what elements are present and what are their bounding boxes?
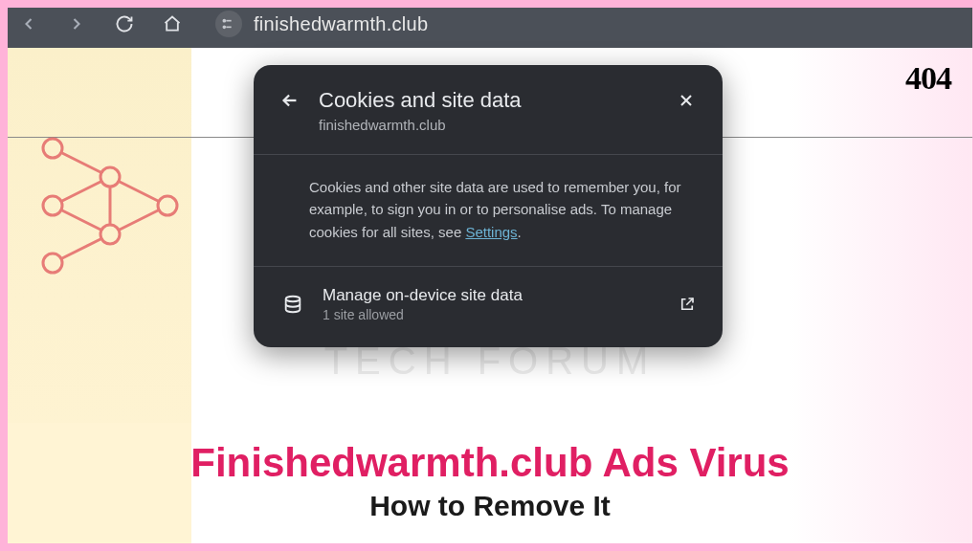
settings-link[interactable]: Settings: [465, 224, 517, 240]
manage-subtitle: 1 site allowed: [323, 307, 659, 322]
svg-point-6: [43, 253, 62, 273]
open-external-icon[interactable]: [677, 294, 698, 315]
svg-line-11: [60, 181, 102, 202]
database-icon: [280, 292, 305, 317]
nav-icons-group: [19, 14, 182, 33]
svg-line-15: [118, 209, 160, 231]
svg-point-17: [286, 297, 301, 302]
svg-line-14: [118, 181, 160, 202]
manage-site-data-row[interactable]: Manage on-device site data 1 site allowe…: [278, 286, 698, 322]
svg-point-9: [158, 196, 177, 215]
svg-point-4: [43, 139, 62, 158]
reload-button[interactable]: [115, 14, 134, 33]
manage-text-group: Manage on-device site data 1 site allowe…: [323, 286, 659, 322]
popup-back-button[interactable]: [278, 89, 301, 112]
browser-toolbar: finishedwarmth.club: [0, 0, 980, 48]
banner-title: Finishedwarmth.club Ads Virus: [0, 440, 980, 486]
back-button[interactable]: [19, 14, 38, 33]
svg-point-2: [223, 20, 225, 22]
url-text: finishedwarmth.club: [254, 13, 428, 35]
svg-line-13: [60, 238, 102, 259]
cookies-popup: Cookies and site data finishedwarmth.clu…: [254, 65, 723, 347]
forward-button[interactable]: [67, 14, 86, 33]
svg-line-10: [60, 152, 102, 173]
address-bar[interactable]: finishedwarmth.club: [215, 11, 428, 37]
svg-point-7: [100, 167, 120, 187]
home-button[interactable]: [163, 14, 182, 33]
divider: [254, 266, 723, 267]
popup-title: Cookies and site data: [319, 88, 657, 113]
popup-header: Cookies and site data: [278, 88, 698, 113]
popup-description: Cookies and other site data are used to …: [278, 176, 698, 243]
manage-title: Manage on-device site data: [323, 286, 659, 305]
popup-domain: finishedwarmth.club: [319, 117, 698, 133]
page-content: 404 SENSORS TECH FORUM Cookies and site …: [0, 48, 980, 551]
site-info-icon[interactable]: [215, 11, 242, 37]
popup-body-end: .: [518, 224, 522, 240]
banner-subtitle: How to Remove It: [0, 490, 980, 522]
article-banner: Finishedwarmth.club Ads Virus How to Rem…: [0, 423, 980, 551]
popup-close-button[interactable]: [675, 89, 698, 112]
svg-line-12: [60, 209, 102, 231]
divider: [254, 154, 723, 155]
sensors-logo-icon: [24, 120, 196, 292]
svg-point-5: [43, 196, 62, 215]
svg-point-3: [223, 26, 225, 28]
error-code: 404: [905, 60, 951, 97]
svg-point-8: [100, 225, 120, 244]
